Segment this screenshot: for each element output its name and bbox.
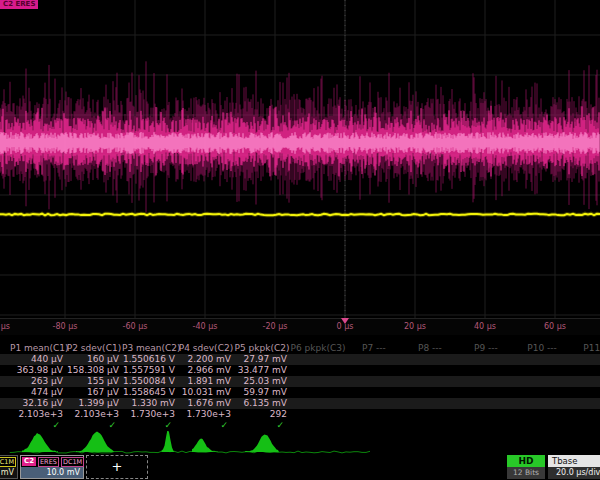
tbase-value: 20.0 µs/div — [548, 467, 600, 479]
param-stat-value: 2.103e+3 — [10, 409, 66, 420]
param-stat-value: 1.399 µV — [66, 398, 122, 409]
histicon-strip — [0, 431, 600, 455]
param-stat-value: 1.557591 V — [122, 365, 178, 376]
time-axis-label: 40 µs — [462, 322, 508, 331]
time-axis-label: -60 µs — [112, 322, 158, 331]
param-header-7[interactable]: P7 --- — [346, 343, 402, 354]
time-axis-label: -40 µs — [182, 322, 228, 331]
c1-coupling-tag: DC1M — [0, 457, 16, 467]
oscilloscope-screen: C2 ERES -100 µs-80 µs-60 µs-40 µs-20 µs0… — [0, 0, 600, 480]
histicon-P5[interactable] — [245, 435, 279, 453]
time-axis-label: 60 µs — [532, 322, 578, 331]
param-stat-value: 363.98 µV — [10, 365, 66, 376]
hd-bits-label: 12 Bits — [507, 467, 545, 479]
param-stat-value: 6.135 mV — [234, 398, 290, 409]
param-stat-value: 1.891 mV — [178, 376, 234, 387]
histicon-baseline — [10, 451, 370, 453]
status-check-icon: ✓ — [234, 420, 290, 431]
status-check-icon: ✓ — [178, 420, 234, 431]
param-header-11[interactable]: P11 --- — [570, 343, 600, 354]
param-stat-value: 1.330 mV — [122, 398, 178, 409]
descriptor-bar: DC1M 5.00 mV C2 ERES DC1M 10.0 mV + HD 1… — [0, 455, 600, 480]
time-axis: -100 µs-80 µs-60 µs-40 µs-20 µs0 µs20 µs… — [0, 318, 600, 335]
channel-descriptor-c1[interactable]: DC1M 5.00 mV — [0, 455, 18, 479]
histicon-P4[interactable] — [192, 438, 218, 452]
param-header-1[interactable]: P1 mean(C1) — [10, 343, 66, 354]
param-stat-value: 2.200 mV — [178, 354, 234, 365]
c2-coupling-tag: DC1M — [61, 457, 84, 467]
param-header-9[interactable]: P9 --- — [458, 343, 514, 354]
param-header-5[interactable]: P5 pkpk(C2) — [234, 343, 290, 354]
param-stat-value: 25.03 mV — [234, 376, 290, 387]
param-stat-value: 32.16 µV — [10, 398, 66, 409]
channel-descriptor-c2[interactable]: C2 ERES DC1M 10.0 mV — [20, 455, 84, 479]
c2-eres-tag: ERES — [38, 457, 59, 467]
param-stat-value: 1.730e+3 — [178, 409, 234, 420]
param-stat-value: 474 µV — [10, 387, 66, 398]
param-stat-value: 2.103e+3 — [66, 409, 122, 420]
param-stat-value: 167 µV — [66, 387, 122, 398]
time-axis-label: -20 µs — [252, 322, 298, 331]
param-stat-value: 440 µV — [10, 354, 66, 365]
param-stat-value: 160 µV — [66, 354, 122, 365]
status-check-icon: ✓ — [10, 420, 66, 431]
c1-scale-value: 5.00 mV — [0, 467, 17, 478]
add-trace-button[interactable]: + — [86, 455, 148, 479]
time-axis-label: 20 µs — [392, 322, 438, 331]
param-stat-value: 1.558645 V — [122, 387, 178, 398]
param-stat-value: 155 µV — [66, 376, 122, 387]
measurement-table: P1 mean(C1)440 µV363.98 µV263 µV474 µV32… — [0, 342, 600, 432]
status-check-icon: ✓ — [66, 420, 122, 431]
param-header-6[interactable]: P6 pkpk(C3) — [290, 343, 346, 354]
param-stat-value: 33.477 mV — [234, 365, 290, 376]
param-stat-value: 1.550084 V — [122, 376, 178, 387]
param-header-8[interactable]: P8 --- — [402, 343, 458, 354]
param-stat-value: 1.550616 V — [122, 354, 178, 365]
hd-label: HD — [507, 455, 545, 467]
hd-mode-badge[interactable]: HD 12 Bits — [507, 455, 545, 479]
trace-label-badge: C2 ERES — [0, 0, 38, 9]
status-check-icon: ✓ — [122, 420, 178, 431]
param-header-2[interactable]: P2 sdev(C1) — [66, 343, 122, 354]
waveform-display[interactable] — [0, 0, 600, 318]
param-stat-value: 27.97 mV — [234, 354, 290, 365]
c2-channel-chip: C2 — [22, 457, 36, 466]
c2-scale-value: 10.0 mV — [21, 467, 83, 478]
tbase-title: Tbase — [548, 455, 600, 467]
param-stat-value: 158.308 µV — [66, 365, 122, 376]
param-header-4[interactable]: P4 sdev(C2) — [178, 343, 234, 354]
param-stat-value: 2.966 mV — [178, 365, 234, 376]
histicon-P2[interactable] — [76, 432, 114, 453]
trigger-time-marker[interactable] — [341, 318, 349, 324]
param-header-10[interactable]: P10 --- — [514, 343, 570, 354]
param-stat-value: 263 µV — [10, 376, 66, 387]
histicon-P3[interactable] — [162, 431, 175, 452]
time-axis-label: -80 µs — [42, 322, 88, 331]
timebase-descriptor[interactable]: Tbase 20.0 µs/div — [548, 455, 600, 479]
param-header-3[interactable]: P3 mean(C2) — [122, 343, 178, 354]
param-stat-value: 292 — [234, 409, 290, 420]
param-stat-value: 10.031 mV — [178, 387, 234, 398]
time-axis-label: -100 µs — [0, 322, 18, 331]
param-stat-value: 1.676 mV — [178, 398, 234, 409]
histicon-P1[interactable] — [22, 433, 58, 452]
param-stat-value: 59.97 mV — [234, 387, 290, 398]
param-stat-value: 1.730e+3 — [122, 409, 178, 420]
